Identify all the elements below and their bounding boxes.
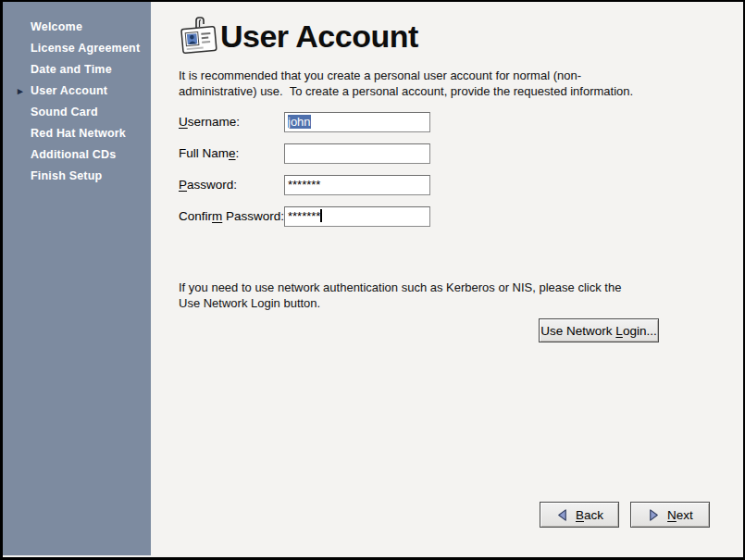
button-label: Back: [576, 508, 603, 522]
button-label: Use Network Login...: [540, 324, 656, 338]
setup-agent-window: Welcome License Agreement Date and Time …: [0, 0, 745, 560]
sidebar-item-license-agreement: License Agreement: [3, 38, 151, 59]
masked-text: *******: [288, 209, 320, 223]
sidebar-item-sound-card: Sound Card: [3, 102, 151, 123]
masked-text: *******: [288, 178, 320, 192]
sidebar-item-finish-setup: Finish Setup: [3, 166, 151, 187]
wizard-step-list: Welcome License Agreement Date and Time …: [3, 2, 151, 187]
full-name-label: Full Name:: [179, 143, 239, 164]
sidebar-item-date-and-time: Date and Time: [3, 59, 151, 81]
sidebar-item-user-account: ▸User Account: [3, 81, 151, 102]
page-title: User Account: [220, 19, 418, 55]
sidebar-item-red-hat-network: Red Hat Network: [3, 123, 151, 144]
selected-text: john: [288, 115, 311, 129]
sidebar-item-label: License Agreement: [31, 42, 140, 55]
password-label: Password:: [179, 175, 237, 195]
intro-text: It is recommended that you create a pers…: [179, 68, 715, 99]
text-cursor: [320, 209, 322, 222]
sidebar-item-label: Finish Setup: [31, 169, 102, 182]
current-step-arrow-icon: ▸: [18, 81, 23, 102]
network-login-info-text: If you need to use network authenticatio…: [179, 280, 715, 311]
sidebar-item-label: Date and Time: [31, 63, 112, 76]
button-label: Next: [667, 508, 693, 522]
wizard-sidebar: Welcome License Agreement Date and Time …: [3, 2, 151, 555]
confirm-password-input[interactable]: *******: [284, 206, 430, 227]
use-network-login-button[interactable]: Use Network Login...: [539, 318, 659, 342]
sidebar-item-label: Red Hat Network: [31, 127, 126, 140]
sidebar-item-label: Additional CDs: [31, 148, 116, 161]
confirm-password-label: Confirm Password:: [179, 206, 284, 227]
full-name-input[interactable]: [284, 143, 430, 164]
sidebar-item-label: Welcome: [31, 20, 82, 33]
sidebar-item-label: Sound Card: [31, 106, 98, 118]
back-button[interactable]: Back: [540, 502, 619, 528]
sidebar-item-label: User Account: [31, 84, 107, 97]
password-input[interactable]: *******: [284, 175, 430, 195]
main-content: User Account It is recommended that you …: [151, 2, 743, 557]
sidebar-item-welcome: Welcome: [3, 17, 151, 38]
next-button[interactable]: Next: [630, 502, 710, 528]
username-label: Username:: [179, 112, 240, 132]
id-badge-icon: [178, 15, 220, 57]
username-input[interactable]: john: [284, 112, 430, 132]
arrow-left-icon: [555, 508, 569, 522]
window-body: Welcome License Agreement Date and Time …: [3, 2, 743, 557]
arrow-right-icon: [647, 508, 661, 522]
sidebar-item-additional-cds: Additional CDs: [3, 144, 151, 166]
